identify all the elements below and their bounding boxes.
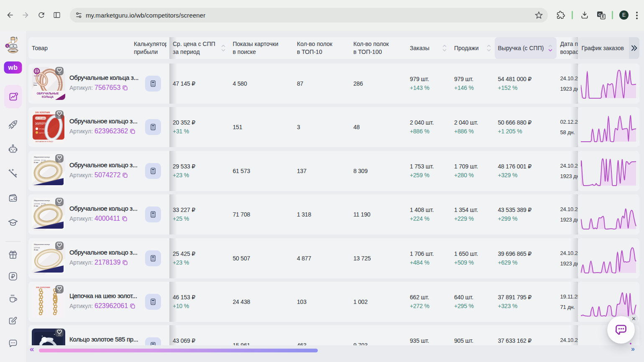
svg-text:4 гр.: 4 гр.: [58, 84, 61, 85]
svg-text:ОБРУЧАЛЬНЫЕ: ОБРУЧАЛЬНЫЕ: [37, 92, 59, 95]
svg-text:5мм: 5мм: [33, 84, 37, 86]
svg-text:ЗУБ ЗОЛОТНИК: ЗУБ ЗОЛОТНИК: [35, 112, 50, 114]
svg-text:ЗУБ ЗОЛОТНИК: ЗУБ ЗОЛОТНИК: [36, 286, 50, 288]
svg-text:КОЛЬЦА: КОЛЬЦА: [42, 95, 54, 99]
svg-text:6 мм: 6 мм: [34, 205, 38, 207]
svg-text:$: $: [7, 45, 8, 47]
svg-text:Вес от: Вес от: [58, 82, 62, 83]
svg-text:Обручальное кольцо: Обручальное кольцо: [34, 244, 50, 245]
svg-text:Обручальное кольцо: Обручальное кольцо: [34, 156, 50, 158]
svg-text:ОБРУЧАЛЬНОЕ КОЛЬЦО: ОБРУЧАЛЬНОЕ КОЛЬЦО: [35, 141, 53, 143]
svg-text:ХИТ ПРОДАЖ: ХИТ ПРОДАЖ: [36, 117, 46, 119]
svg-text:4 мм: 4 мм: [34, 249, 38, 251]
svg-text:MASTERS: MASTERS: [34, 75, 40, 77]
svg-text:Обручальное кольцо: Обручальное кольцо: [34, 200, 50, 201]
svg-text:6 мм: 6 мм: [34, 161, 38, 163]
